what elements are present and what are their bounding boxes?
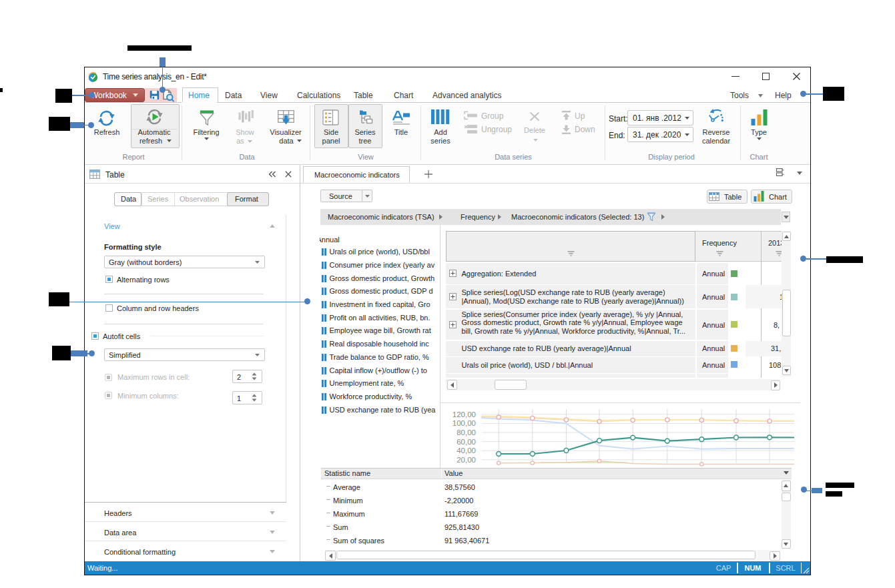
svg-text:60,00: 60,00 — [457, 438, 476, 446]
svg-text:80,00: 80,00 — [457, 428, 476, 436]
svg-text:100,00: 100,00 — [453, 419, 476, 427]
svg-text:40,00: 40,00 — [457, 447, 476, 455]
svg-text:120,00: 120,00 — [453, 410, 476, 418]
svg-text:20,00: 20,00 — [457, 456, 476, 464]
